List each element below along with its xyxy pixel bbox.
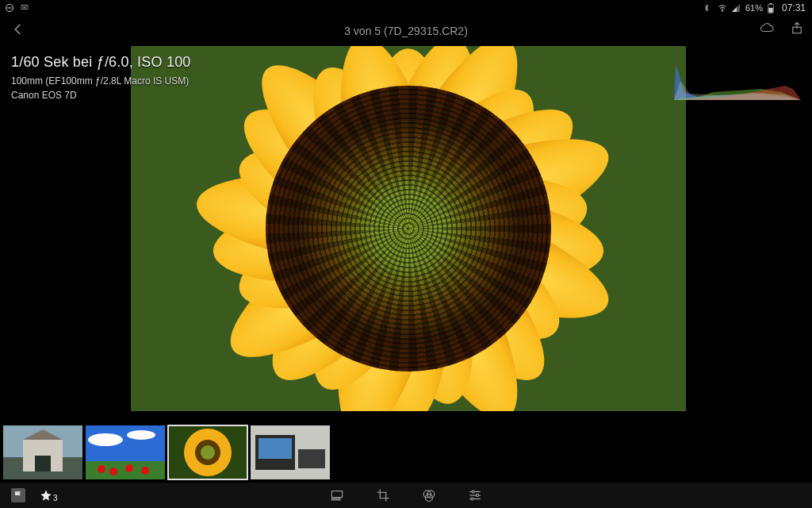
svg-rect-11 — [768, 8, 772, 13]
svg-point-33 — [201, 445, 215, 460]
thumbnail-2[interactable] — [86, 425, 165, 479]
svg-rect-39 — [331, 498, 334, 500]
svg-rect-23 — [86, 461, 165, 479]
svg-rect-4 — [24, 6, 25, 7]
svg-rect-36 — [259, 438, 292, 459]
crop-icon[interactable] — [376, 488, 390, 502]
flag-toggle[interactable] — [11, 488, 25, 502]
svg-rect-37 — [298, 449, 325, 468]
svg-rect-20 — [35, 456, 51, 471]
rating-control[interactable]: 3 — [40, 489, 58, 502]
svg-point-24 — [88, 433, 123, 446]
svg-rect-5 — [25, 6, 25, 7]
svg-point-46 — [472, 491, 474, 493]
presets-icon[interactable] — [422, 488, 436, 502]
keyboard-icon — [19, 3, 29, 13]
svg-point-48 — [477, 495, 479, 497]
app-header: 3 von 5 (7D_29315.CR2) — [0, 16, 812, 46]
svg-rect-2 — [21, 6, 28, 10]
svg-rect-40 — [335, 498, 337, 500]
android-status-bar: 61% 07:31 — [0, 0, 812, 16]
do-not-disturb-icon — [5, 3, 14, 13]
histogram[interactable] — [674, 57, 801, 100]
adjust-icon[interactable] — [468, 488, 482, 502]
svg-rect-38 — [331, 491, 342, 498]
bluetooth-icon — [703, 3, 712, 13]
exposure-info: 1/60 Sek bei ƒ/6.0, ISO 100 — [11, 54, 191, 71]
wifi-icon — [717, 3, 726, 13]
filmstrip[interactable] — [3, 425, 809, 481]
share-icon[interactable] — [790, 21, 804, 38]
rating-value: 3 — [53, 494, 58, 502]
page-title: 3 von 5 (7D_29315.CR2) — [0, 25, 812, 37]
signal-icon — [731, 3, 741, 13]
svg-point-27 — [109, 468, 117, 475]
metadata-overlay: 1/60 Sek bei ƒ/6.0, ISO 100 100mm (EF100… — [11, 54, 191, 101]
battery-icon — [768, 3, 777, 13]
camera-info: Canon EOS 7D — [11, 90, 191, 101]
clock: 07:31 — [782, 2, 806, 13]
svg-rect-3 — [22, 6, 23, 7]
thumbnail-1[interactable] — [3, 425, 82, 479]
svg-point-26 — [98, 465, 105, 473]
filmstrip-toggle-icon[interactable] — [330, 488, 344, 502]
svg-rect-6 — [26, 6, 27, 7]
photo-preview[interactable]: // petals will be painted via JS-generat… — [131, 46, 686, 411]
battery-percent: 61% — [745, 3, 763, 13]
lens-info: 100mm (EF100mm ƒ/2.8L Macro IS USM) — [11, 75, 191, 87]
svg-point-29 — [141, 467, 149, 475]
svg-rect-10 — [770, 3, 772, 4]
cloud-sync-icon[interactable] — [758, 21, 776, 38]
main-viewer: // petals will be painted via JS-generat… — [0, 46, 812, 421]
bottom-toolbar: 3 — [0, 483, 812, 508]
svg-point-25 — [127, 430, 155, 440]
svg-rect-41 — [338, 498, 340, 500]
svg-point-28 — [125, 464, 133, 472]
thumbnail-4[interactable] — [251, 425, 330, 479]
svg-point-8 — [722, 11, 722, 12]
svg-point-50 — [471, 498, 473, 500]
svg-rect-7 — [23, 7, 26, 8]
thumbnail-3[interactable] — [168, 425, 247, 479]
